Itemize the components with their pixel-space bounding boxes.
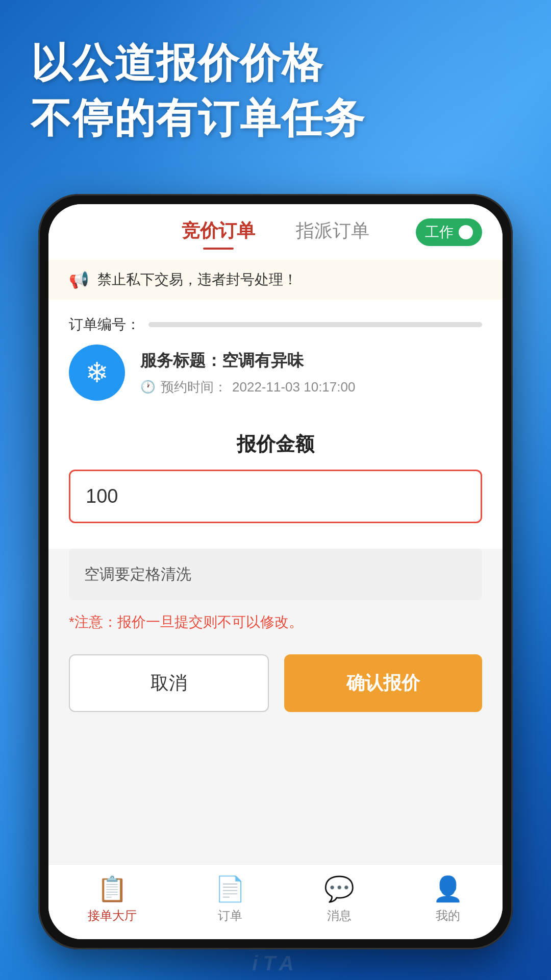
tab-bar: 竞价订单 指派订单 工作 — [48, 204, 503, 260]
phone-screen: 竞价订单 指派订单 工作 📢 禁止私下交易，违者封号处理！ — [48, 204, 503, 939]
tab-competitive-order[interactable]: 竞价订单 — [161, 218, 276, 250]
notice-banner: 📢 禁止私下交易，违者封号处理！ — [48, 260, 503, 300]
appointment-time-row: 🕐 预约时间： 2022-11-03 10:17:00 — [140, 378, 482, 396]
cancel-button[interactable]: 取消 — [69, 654, 269, 712]
quote-section: 报价金额 — [48, 416, 503, 549]
appointment-label: 预约时间： — [161, 378, 227, 396]
quote-input[interactable] — [86, 485, 465, 507]
nav-label-profile: 我的 — [436, 908, 460, 924]
nav-item-message[interactable]: 💬 消息 — [324, 875, 355, 924]
bottom-nav: 📋 接单大厅 📄 订单 💬 消息 👤 我的 — [48, 864, 503, 939]
quote-title: 报价金额 — [69, 431, 482, 457]
nav-label-order: 订单 — [218, 908, 242, 924]
work-toggle[interactable]: 工作 — [416, 218, 482, 246]
order-info-row: ❄ 服务标题：空调有异味 🕐 预约时间： 2022-11-03 10:17:00 — [69, 345, 482, 401]
phone-mockup: 竞价订单 指派订单 工作 📢 禁止私下交易，违者封号处理！ — [38, 194, 513, 949]
nav-icon-profile: 👤 — [433, 875, 463, 903]
ac-icon: ❄ — [85, 356, 109, 389]
description-box: 空调要定格清洗 — [69, 549, 482, 600]
nav-icon-message: 💬 — [324, 875, 355, 903]
warning-text: *注意：报价一旦提交则不可以修改。 — [48, 600, 503, 644]
hero-line2: 不停的有订单任务 — [31, 96, 365, 141]
hero-line1: 以公道报价价格 — [31, 41, 365, 86]
nav-icon-order: 📄 — [215, 875, 245, 903]
nav-label-message: 消息 — [327, 908, 352, 924]
description-text: 空调要定格清洗 — [84, 564, 467, 585]
nav-item-order[interactable]: 📄 订单 — [215, 875, 245, 924]
tab-assigned-order[interactable]: 指派订单 — [276, 218, 390, 250]
notice-text: 禁止私下交易，违者封号处理！ — [97, 270, 297, 289]
hero-section: 以公道报价价格 不停的有订单任务 — [31, 41, 365, 141]
order-number-value — [148, 322, 482, 327]
phone-frame: 竞价订单 指派订单 工作 📢 禁止私下交易，违者封号处理！ — [38, 194, 513, 949]
service-icon-circle: ❄ — [69, 345, 125, 401]
order-card: 订单编号： ❄ 服务标题：空调有异味 🕐 预约时间： 2022-11 — [48, 300, 503, 416]
action-buttons: 取消 确认报价 — [48, 644, 503, 727]
quote-input-wrapper[interactable] — [69, 470, 482, 523]
nav-item-hall[interactable]: 📋 接单大厅 — [88, 875, 137, 924]
work-label: 工作 — [425, 223, 454, 242]
nav-label-hall: 接单大厅 — [88, 908, 137, 924]
nav-icon-hall: 📋 — [97, 875, 128, 903]
ita-watermark: iTA — [0, 952, 551, 980]
order-details: 服务标题：空调有异味 🕐 预约时间： 2022-11-03 10:17:00 — [140, 350, 482, 396]
order-number-label: 订单编号： — [69, 315, 140, 334]
nav-item-profile[interactable]: 👤 我的 — [433, 875, 463, 924]
appointment-time-value: 2022-11-03 10:17:00 — [232, 379, 355, 395]
service-title: 服务标题：空调有异味 — [140, 350, 482, 372]
clock-icon: 🕐 — [140, 380, 156, 394]
order-number-row: 订单编号： — [69, 315, 482, 334]
toggle-dot — [459, 225, 473, 239]
notice-icon: 📢 — [69, 270, 89, 289]
confirm-button[interactable]: 确认报价 — [284, 654, 482, 712]
